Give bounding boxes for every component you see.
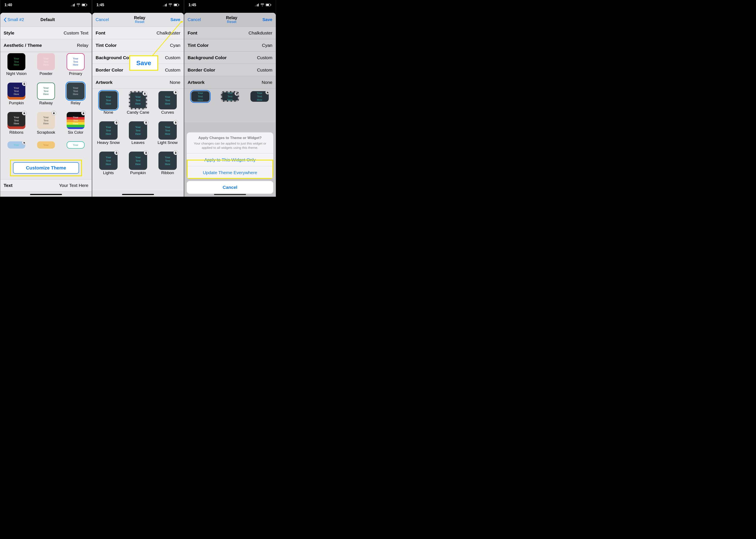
theme-option[interactable]: YourTextHereScrapbook	[33, 112, 59, 140]
row-value: None	[262, 80, 272, 85]
theme-option[interactable]: Your	[33, 141, 59, 159]
artwork-label	[188, 103, 213, 113]
nav-bar: Small #2 Default	[0, 13, 92, 27]
theme-option[interactable]: YourTextHerePumpkin	[4, 83, 29, 110]
font-row[interactable]: Font Chalkduster	[92, 27, 184, 39]
artwork-thumbnail: YourTextHere	[99, 91, 118, 110]
bgcolor-row[interactable]: Background Color Custom	[184, 51, 276, 64]
lock-icon	[234, 91, 239, 96]
back-label: Small #2	[7, 17, 24, 22]
battery-icon	[266, 3, 272, 6]
artwork-thumbnail: YourTextHere	[99, 121, 118, 140]
phone-screen-1: 1:40 Small #2 Default Style Custom Text …	[0, 0, 92, 197]
artwork-label	[247, 103, 272, 113]
artwork-option[interactable]: YourTextHereLights	[96, 152, 121, 181]
theme-label: Pumpkin	[4, 101, 29, 110]
theme-label: Six Color	[63, 130, 88, 140]
apply-widget-only-button[interactable]: Apply to This Widget Only	[187, 153, 273, 166]
artwork-row[interactable]: Artwork None	[184, 76, 276, 89]
theme-thumbnail: YourTextHere	[37, 53, 55, 70]
theme-thumbnail: YourTextHere	[7, 112, 25, 129]
status-indicators	[255, 3, 272, 6]
style-row[interactable]: Style Custom Text	[0, 27, 92, 39]
cancel-button[interactable]: Cancel	[96, 17, 109, 22]
theme-label: Railway	[33, 101, 59, 110]
lock-icon	[173, 150, 178, 155]
action-sheet-cancel-button[interactable]: Cancel	[187, 181, 273, 194]
theme-thumbnail: YourTextHere	[7, 53, 25, 70]
tint-row[interactable]: Tint Color Cyan	[184, 39, 276, 51]
row-label: Artwork	[96, 80, 113, 85]
theme-option[interactable]: YourTextHereRibbons	[4, 112, 29, 140]
theme-thumbnail: YourTextHere	[7, 83, 25, 100]
battery-icon	[82, 3, 88, 6]
theme-label	[4, 150, 29, 159]
theme-thumbnail: Your	[37, 141, 55, 149]
theme-edit-sheet-dimmed: Cancel Relay Reset Save Font Chalkduster…	[184, 13, 276, 197]
save-button[interactable]: Save	[170, 17, 180, 22]
text-row[interactable]: Text Your Text Here	[0, 179, 92, 192]
artwork-option[interactable]: YourTextHereCandy Cane	[125, 91, 151, 120]
phone-screen-3: 1:45 Cancel Relay Reset Save Font Chalkd…	[184, 0, 276, 197]
artwork-option[interactable]: YourTextHereNone	[96, 91, 121, 120]
theme-thumbnail: YourTextHere	[67, 53, 85, 70]
back-button[interactable]: Small #2	[4, 17, 24, 22]
lock-icon	[22, 81, 27, 86]
border-row[interactable]: Border Color Custom	[184, 64, 276, 76]
theme-option[interactable]: YourTextHerePrimary	[63, 53, 88, 81]
artwork-option[interactable]: YourTextHereHeavy Snow	[96, 121, 121, 150]
update-theme-everywhere-button[interactable]: Update Theme Everywhere	[187, 166, 273, 179]
theme-option[interactable]: YourTextHereRailway	[33, 83, 59, 110]
theme-edit-sheet: Cancel Relay Reset Save Font Chalkduster…	[92, 13, 184, 197]
row-value: Chalkduster	[249, 31, 272, 36]
theme-label: Scrapbook	[33, 130, 59, 140]
artwork-option[interactable]: YourTextHere	[188, 91, 213, 113]
artwork-row[interactable]: Artwork None	[92, 76, 184, 89]
reset-button[interactable]: Reset	[201, 20, 262, 24]
svg-rect-37	[267, 92, 269, 93]
theme-thumbnail: YourTextHere	[37, 112, 55, 129]
artwork-thumbnail: YourTextHere	[221, 91, 239, 102]
theme-option[interactable]: YourTextHereRelay	[63, 83, 88, 110]
tint-row[interactable]: Tint Color Cyan	[92, 39, 184, 51]
status-time: 1:45	[189, 3, 196, 7]
row-label: Tint Color	[96, 43, 117, 48]
artwork-option[interactable]: YourTextHere	[217, 91, 243, 113]
row-value: Chalkduster	[156, 31, 180, 36]
artwork-thumbnail: YourTextHere	[99, 152, 118, 170]
row-label: Font	[96, 31, 105, 36]
artwork-option[interactable]: YourTextHereRibbon	[155, 152, 180, 181]
wifi-icon	[260, 3, 264, 6]
theme-option[interactable]: YourTextHereSix Color	[63, 112, 88, 140]
theme-option[interactable]: Your	[63, 141, 88, 159]
wifi-icon	[76, 3, 80, 6]
customize-theme-button[interactable]: Customize Theme	[13, 162, 79, 174]
artwork-option[interactable]: YourTextHerePumpkin	[125, 152, 151, 181]
action-sheet-header: Apply Changes to Theme or Widget? Your c…	[187, 132, 273, 153]
svg-rect-17	[174, 4, 177, 6]
row-label: Artwork	[188, 80, 205, 85]
theme-thumbnail: YourTextHere	[37, 83, 55, 100]
cancel-button[interactable]: Cancel	[188, 17, 201, 22]
row-label: Border Color	[188, 67, 215, 73]
theme-option[interactable]: YourTextHereNight Vision	[4, 53, 29, 81]
svg-rect-29	[255, 6, 256, 6]
artwork-option[interactable]: YourTextHereLeaves	[125, 121, 151, 150]
row-value: None	[170, 80, 180, 85]
artwork-option[interactable]: YourTextHereCurves	[155, 91, 180, 120]
svg-rect-36	[236, 93, 238, 95]
nav-title: Relay	[109, 15, 170, 20]
artwork-thumbnail: YourTextHere	[250, 91, 269, 102]
save-button[interactable]: Save	[262, 17, 272, 22]
artwork-label: Pumpkin	[125, 171, 151, 181]
theme-option[interactable]: Your	[4, 141, 29, 159]
theme-option[interactable]: YourTextHerePowder	[33, 53, 59, 81]
artwork-grid: YourTextHereYourTextHereYourTextHere	[184, 89, 276, 122]
aesthetic-row[interactable]: Aesthetic / Theme Relay	[0, 39, 92, 51]
svg-rect-14	[165, 4, 166, 6]
reset-button[interactable]: Reset	[109, 20, 170, 24]
artwork-option[interactable]: YourTextHere	[247, 91, 272, 113]
font-row[interactable]: Font Chalkduster	[184, 27, 276, 39]
artwork-option[interactable]: YourTextHereLight Snow	[155, 121, 180, 150]
lock-icon	[51, 111, 56, 116]
